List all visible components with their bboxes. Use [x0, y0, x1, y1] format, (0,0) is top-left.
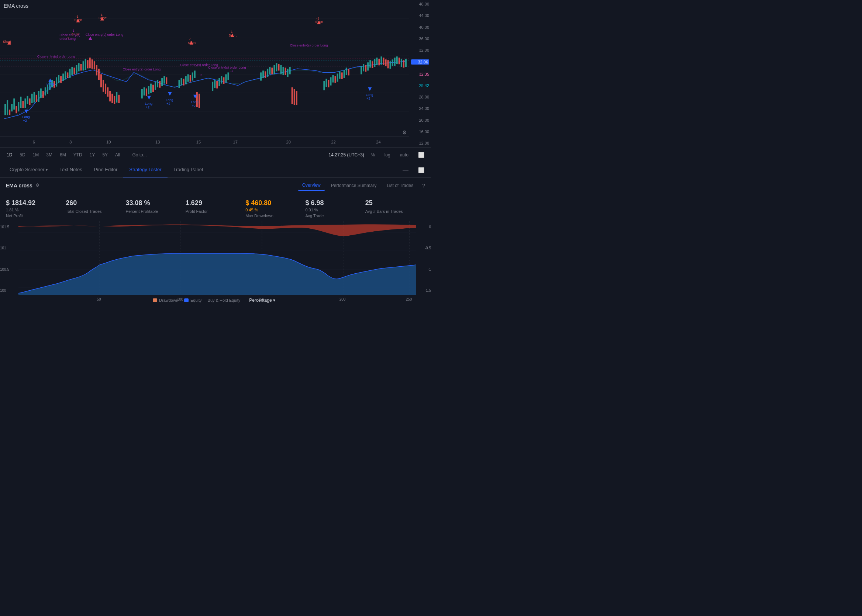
strategy-tab-performance[interactable]: Performance Summary [327, 181, 381, 190]
percentage-dropdown[interactable]: Percentage ▾ [246, 296, 278, 304]
tab-text-notes[interactable]: Text Notes [53, 162, 88, 178]
svg-rect-66 [150, 84, 152, 93]
expand-button[interactable]: ⬜ [415, 151, 427, 159]
strategy-settings-icon[interactable]: ⚙ [35, 182, 41, 189]
svg-marker-165 [168, 92, 171, 96]
expand-panel-button[interactable]: ⬜ [415, 166, 427, 174]
svg-marker-171 [368, 87, 371, 91]
timeframe-all[interactable]: All [112, 151, 123, 159]
time-22: 22 [331, 140, 335, 144]
svg-rect-70 [159, 81, 160, 88]
svg-rect-78 [187, 74, 189, 82]
svg-rect-107 [294, 89, 295, 105]
goto-button[interactable]: Go to... [129, 151, 149, 159]
svg-rect-59 [114, 96, 115, 104]
timeframe-ytd[interactable]: YTD [71, 151, 85, 159]
log-button[interactable]: log [382, 151, 393, 159]
timeframe-1y[interactable]: 1Y [87, 151, 98, 159]
price-12: 12.00 [411, 141, 429, 145]
avg-trade-subvalue: 0.01 % [305, 207, 365, 212]
svg-text:-1: -1 [189, 37, 192, 41]
svg-rect-120 [348, 69, 349, 75]
svg-rect-11 [7, 101, 8, 115]
svg-text:Long: Long [47, 82, 54, 86]
svg-rect-127 [374, 59, 375, 67]
tab-crypto-screener[interactable]: Crypto Screener [4, 162, 53, 178]
total-trades-label: Total Closed Trades [66, 209, 126, 214]
time-6: 6 [33, 140, 35, 144]
svg-text:Close entry(s) order Long: Close entry(s) order Long [37, 55, 75, 58]
svg-text:+2: +2 [367, 97, 370, 101]
svg-text:+2: +2 [192, 104, 195, 108]
avg-bars-label: Avg # Bars in Trades [365, 209, 425, 214]
tab-strategy-tester[interactable]: Strategy Tester [123, 162, 167, 178]
svg-rect-49 [91, 60, 93, 69]
svg-rect-55 [105, 84, 106, 94]
svg-rect-58 [112, 94, 113, 103]
svg-text:+2: +2 [23, 119, 27, 123]
strategy-tab-trades[interactable]: List of Trades [382, 181, 418, 190]
tab-pine-editor[interactable]: Pine Editor [88, 162, 124, 178]
timeframe-6m[interactable]: 6M [57, 151, 69, 159]
svg-rect-74 [178, 80, 180, 88]
svg-rect-17 [20, 97, 21, 108]
price-16: 16.00 [411, 129, 429, 134]
timeframe-5d[interactable]: 5D [17, 151, 28, 159]
svg-rect-129 [378, 59, 380, 65]
timeframe-3m[interactable]: 3M [43, 151, 55, 159]
equity-color [184, 299, 189, 302]
svg-rect-57 [109, 91, 111, 101]
svg-rect-50 [94, 61, 95, 69]
tab-trading-panel[interactable]: Trading Panel [168, 162, 209, 178]
svg-rect-13 [11, 104, 13, 112]
y-label-100: 100 [0, 288, 19, 292]
svg-rect-26 [40, 88, 42, 98]
stat-avg-bars: 25 Avg # Bars in Trades [365, 199, 425, 218]
svg-rect-94 [264, 71, 266, 78]
y-label-101: 101 [0, 246, 19, 250]
svg-rect-111 [328, 80, 329, 87]
strategy-tab-overview[interactable]: Overview [298, 181, 325, 191]
timeframe-1m[interactable]: 1M [30, 151, 42, 159]
timeframe-1d[interactable]: 1D [4, 151, 15, 159]
auto-button[interactable]: auto [397, 151, 411, 159]
svg-rect-65 [148, 86, 149, 94]
svg-rect-141 [405, 59, 407, 67]
svg-text:-2: -2 [199, 73, 202, 77]
svg-text:Close entry(s) order Long: Close entry(s) order Long [208, 66, 246, 69]
equity-label: Equity [190, 298, 202, 302]
svg-rect-71 [161, 78, 163, 86]
svg-rect-125 [370, 60, 371, 68]
net-profit-value: $ 1814.92 [6, 199, 66, 207]
equity-chart: 101.5 101 100.5 100 0 -0.5 -1 -1.5 [0, 221, 431, 307]
stat-max-drawdown: $ 460.80 0.45 % Max Drawdown [245, 199, 305, 218]
profit-factor-value: 1.629 [186, 199, 245, 207]
equity-y-left: 101.5 101 100.5 100 [0, 221, 19, 296]
svg-rect-68 [155, 82, 156, 90]
svg-rect-34 [58, 75, 60, 83]
legend-drawdown: Drawdown [153, 298, 178, 302]
svg-rect-28 [45, 87, 46, 96]
net-profit-label: Net Profit [6, 214, 66, 218]
y-right-0-5: -0.5 [416, 246, 431, 250]
chart-settings-icon[interactable]: ⚙ [402, 129, 407, 135]
toolbar: 1D 5D 1M 3M 6M YTD 1Y 5Y All Go to... 14… [0, 148, 431, 162]
timeframe-5y[interactable]: 5Y [99, 151, 111, 159]
help-icon[interactable]: ? [422, 182, 425, 189]
percent-profitable-value: 33.08 % [126, 199, 186, 207]
svg-rect-43 [78, 63, 80, 71]
svg-rect-123 [365, 65, 367, 72]
svg-rect-72 [164, 76, 165, 83]
svg-text:Long: Long [145, 102, 153, 105]
svg-text:Close entry(s) order Long: Close entry(s) order Long [123, 68, 160, 71]
svg-rect-81 [194, 71, 195, 78]
svg-rect-137 [396, 57, 398, 64]
percent-button[interactable]: % [368, 151, 378, 159]
minimize-button[interactable]: — [400, 165, 411, 175]
svg-rect-63 [143, 87, 145, 96]
price-20: 20.00 [411, 118, 429, 123]
svg-rect-39 [69, 69, 71, 78]
strategy-header: EMA cross ⚙ Overview Performance Summary… [0, 178, 431, 193]
svg-rect-139 [401, 59, 402, 67]
avg-trade-label: Avg Trade [305, 214, 365, 218]
